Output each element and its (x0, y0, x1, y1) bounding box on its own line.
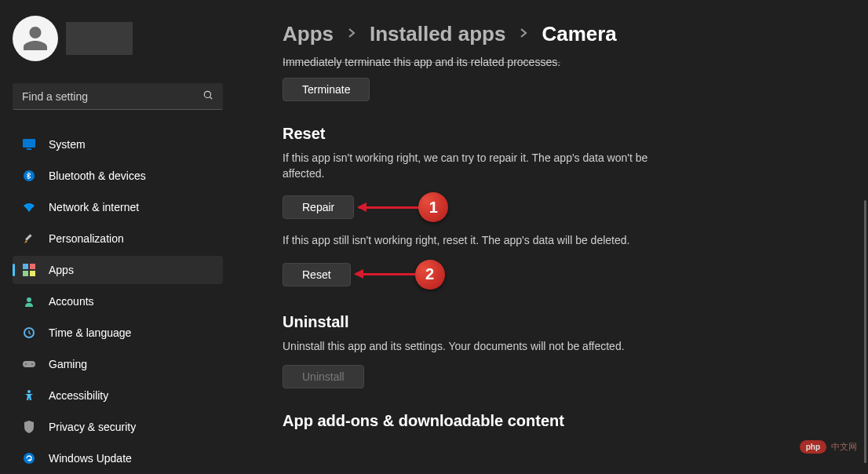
reset-desc2: If this app still isn't working right, r… (283, 233, 722, 249)
uninstall-section: Uninstall Uninstall this app and its set… (283, 313, 837, 389)
sidebar-item-label: Privacy & security (49, 421, 136, 433)
svg-point-16 (24, 453, 35, 464)
user-name-redacted (66, 22, 133, 55)
svg-rect-9 (30, 271, 35, 276)
badge-1: 1 (418, 192, 448, 222)
sidebar-item-label: Accounts (49, 295, 94, 308)
sidebar-item-label: Personalization (49, 232, 124, 245)
sidebar-item-accounts[interactable]: Accounts (13, 287, 223, 315)
search-box[interactable] (13, 83, 223, 110)
sidebar-item-label: Network & internet (49, 201, 139, 213)
sidebar-item-personalization[interactable]: Personalization (13, 224, 223, 253)
badge-2: 2 (415, 260, 445, 290)
svg-rect-3 (27, 148, 31, 150)
sidebar-item-bluetooth[interactable]: Bluetooth & devices (13, 162, 223, 190)
annotation-1: 1 (359, 192, 448, 222)
svg-point-4 (24, 170, 35, 181)
watermark-pill: php (800, 440, 826, 454)
svg-rect-12 (23, 361, 35, 367)
system-icon (22, 137, 36, 151)
watermark-text: 中文网 (831, 441, 857, 453)
sidebar-item-network[interactable]: Network & internet (13, 193, 223, 221)
breadcrumb-apps[interactable]: Apps (283, 22, 334, 46)
svg-rect-6 (23, 264, 28, 269)
uninstall-button[interactable]: Uninstall (283, 365, 364, 388)
watermark: php 中文网 (800, 440, 857, 454)
brush-icon (22, 232, 36, 246)
update-icon (22, 451, 36, 465)
chevron-right-icon (348, 27, 356, 42)
search-input[interactable] (22, 90, 202, 103)
annotation-2: 2 (356, 260, 445, 290)
sidebar-item-time[interactable]: Time & language (13, 319, 223, 347)
person-icon (21, 24, 49, 53)
arrow-icon (359, 206, 418, 209)
sidebar: System Bluetooth & devices Network & int… (0, 0, 235, 474)
svg-rect-2 (23, 139, 35, 148)
breadcrumb-current: Camera (542, 22, 616, 46)
addons-title: App add-ons & downloadable content (283, 412, 837, 430)
sidebar-item-update[interactable]: Windows Update (13, 444, 223, 472)
svg-point-10 (27, 297, 31, 302)
svg-rect-5 (25, 234, 31, 240)
terminate-desc: Immediately terminate this app and its r… (283, 56, 837, 68)
wifi-icon (22, 200, 36, 214)
sidebar-item-gaming[interactable]: Gaming (13, 350, 223, 378)
uninstall-desc: Uninstall this app and its settings. You… (283, 339, 722, 355)
sidebar-item-label: System (49, 138, 86, 151)
sidebar-item-label: Accessibility (49, 389, 108, 402)
sidebar-item-label: Windows Update (49, 452, 132, 465)
svg-rect-8 (23, 271, 28, 276)
svg-point-0 (204, 91, 210, 97)
sidebar-item-system[interactable]: System (13, 130, 223, 159)
shield-icon (22, 420, 36, 434)
repair-button[interactable]: Repair (283, 195, 354, 219)
gaming-icon (22, 357, 36, 371)
sidebar-item-label: Time & language (49, 326, 131, 339)
sidebar-item-apps[interactable]: Apps (13, 256, 223, 284)
addons-section: App add-ons & downloadable content (283, 412, 837, 430)
apps-icon (22, 263, 36, 277)
reset-section: Reset If this app isn't working right, w… (283, 125, 837, 290)
search-icon (202, 89, 213, 104)
accounts-icon (22, 294, 36, 308)
user-section (13, 16, 223, 61)
reset-desc1: If this app isn't working right, we can … (283, 151, 659, 181)
uninstall-title: Uninstall (283, 313, 837, 331)
main-content: Apps Installed apps Camera Immediately t… (235, 0, 868, 474)
sidebar-item-accessibility[interactable]: Accessibility (13, 381, 223, 410)
svg-point-14 (31, 363, 33, 365)
breadcrumb: Apps Installed apps Camera (283, 22, 837, 46)
reset-title: Reset (283, 125, 837, 143)
breadcrumb-installed[interactable]: Installed apps (370, 22, 505, 46)
svg-point-13 (25, 363, 27, 365)
chevron-right-icon (520, 27, 527, 42)
clock-icon (22, 326, 36, 340)
terminate-section: Immediately terminate this app and its r… (283, 56, 837, 101)
arrow-icon (356, 273, 415, 275)
avatar[interactable] (13, 16, 58, 61)
sidebar-item-label: Apps (49, 264, 74, 276)
terminate-button[interactable]: Terminate (283, 78, 370, 101)
nav-list: System Bluetooth & devices Network & int… (13, 130, 223, 472)
sidebar-item-privacy[interactable]: Privacy & security (13, 413, 223, 441)
svg-point-15 (27, 390, 31, 393)
svg-rect-7 (30, 264, 35, 269)
reset-button[interactable]: Reset (283, 263, 351, 286)
bluetooth-icon (22, 169, 36, 183)
scrollbar[interactable] (864, 200, 866, 463)
accessibility-icon (22, 388, 36, 403)
sidebar-item-label: Bluetooth & devices (49, 170, 146, 182)
svg-line-1 (210, 97, 212, 99)
sidebar-item-label: Gaming (49, 358, 87, 370)
